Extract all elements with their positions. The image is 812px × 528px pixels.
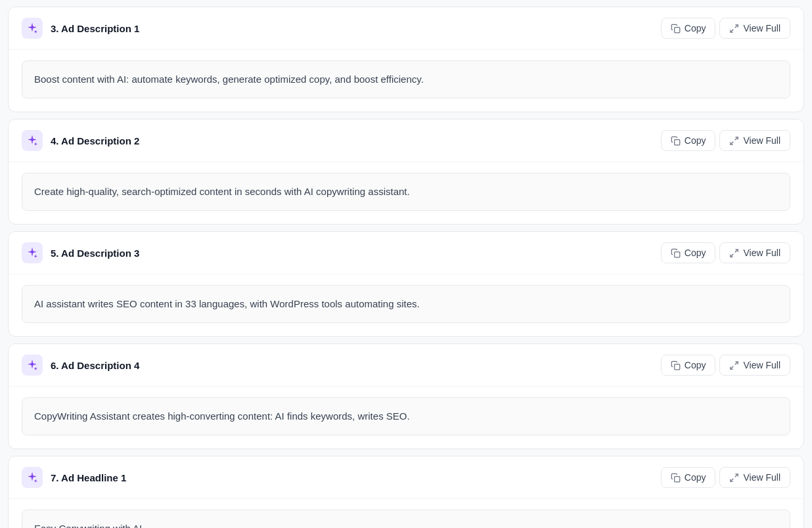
copy-label: Copy: [685, 248, 706, 258]
view-full-button[interactable]: View Full: [719, 242, 790, 263]
card-body: Create high-quality, search-optimized co…: [9, 162, 803, 224]
card-actions: Copy View Full: [661, 242, 790, 263]
svg-line-8: [731, 253, 733, 256]
card-title: 3. Ad Description 1: [51, 23, 139, 34]
copy-icon: [671, 248, 681, 258]
card-card-7: 7. Ad Headline 1 Copy: [8, 456, 804, 528]
card-content: CopyWriting Assistant creates high-conve…: [22, 397, 790, 435]
card-content: Boost content with AI: automate keywords…: [22, 60, 790, 99]
svg-line-2: [731, 29, 733, 32]
card-content: Create high-quality, search-optimized co…: [22, 173, 790, 211]
diamond-icon: [22, 18, 43, 39]
card-title: 6. Ad Description 4: [51, 360, 139, 371]
sparkle-icon: [26, 247, 38, 259]
diamond-icon: [22, 242, 43, 263]
card-header: 7. Ad Headline 1 Copy: [9, 456, 803, 498]
sparkle-icon: [26, 135, 38, 146]
copy-icon: [671, 24, 681, 33]
view-full-label: View Full: [743, 23, 780, 33]
card-card-6: 6. Ad Description 4 Copy: [8, 343, 804, 449]
copy-button[interactable]: Copy: [661, 242, 716, 263]
sparkle-icon: [26, 472, 38, 483]
svg-line-7: [735, 249, 738, 252]
view-full-button[interactable]: View Full: [719, 130, 790, 151]
svg-line-14: [731, 478, 733, 481]
card-title: 4. Ad Description 2: [51, 135, 139, 146]
svg-line-1: [735, 24, 738, 27]
expand-icon: [729, 248, 739, 258]
view-full-label: View Full: [743, 248, 780, 258]
card-body: Boost content with AI: automate keywords…: [9, 49, 803, 112]
copy-label: Copy: [685, 472, 706, 483]
expand-icon: [729, 361, 739, 370]
copy-button[interactable]: Copy: [661, 18, 716, 39]
view-full-button[interactable]: View Full: [719, 467, 790, 488]
card-title-group: 3. Ad Description 1: [22, 18, 139, 39]
view-full-button[interactable]: View Full: [719, 18, 790, 39]
copy-button[interactable]: Copy: [661, 130, 716, 151]
svg-line-4: [735, 137, 738, 139]
card-actions: Copy View Full: [661, 467, 790, 488]
diamond-icon: [22, 130, 43, 151]
card-card-5: 5. Ad Description 3 Copy: [8, 231, 804, 337]
svg-line-5: [731, 141, 733, 144]
card-header: 6. Ad Description 4 Copy: [9, 344, 803, 386]
card-header: 5. Ad Description 3 Copy: [9, 232, 803, 274]
svg-rect-9: [674, 364, 679, 369]
card-title: 5. Ad Description 3: [51, 248, 139, 259]
sparkle-icon: [26, 22, 38, 34]
card-header: 4. Ad Description 2 Copy: [9, 120, 803, 162]
card-actions: Copy View Full: [661, 355, 790, 376]
card-actions: Copy View Full: [661, 18, 790, 39]
view-full-label: View Full: [743, 135, 780, 146]
card-title-group: 7. Ad Headline 1: [22, 467, 126, 488]
copy-label: Copy: [685, 360, 706, 370]
card-title-group: 5. Ad Description 3: [22, 242, 139, 263]
card-content: Easy Copywriting with AI: [22, 510, 790, 528]
diamond-icon: [22, 467, 43, 488]
card-title-group: 4. Ad Description 2: [22, 130, 139, 151]
card-card-3: 3. Ad Description 1 Copy: [8, 7, 804, 112]
card-body: AI assistant writes SEO content in 33 la…: [9, 274, 803, 336]
card-title: 7. Ad Headline 1: [51, 472, 126, 483]
copy-button[interactable]: Copy: [661, 355, 716, 376]
copy-label: Copy: [685, 135, 706, 146]
svg-rect-0: [674, 27, 679, 32]
expand-icon: [729, 24, 739, 33]
copy-icon: [671, 473, 681, 483]
expand-icon: [729, 136, 739, 146]
svg-line-11: [731, 366, 733, 368]
svg-line-10: [735, 361, 738, 364]
diamond-icon: [22, 355, 43, 376]
copy-icon: [671, 136, 681, 146]
view-full-label: View Full: [743, 472, 780, 483]
card-actions: Copy View Full: [661, 130, 790, 151]
svg-rect-3: [674, 139, 679, 144]
card-title-group: 6. Ad Description 4: [22, 355, 139, 376]
card-card-4: 4. Ad Description 2 Copy: [8, 119, 804, 225]
copy-label: Copy: [685, 23, 706, 33]
svg-line-13: [735, 473, 738, 476]
copy-icon: [671, 361, 681, 370]
sparkle-icon: [26, 359, 38, 371]
card-body: Easy Copywriting with AI: [9, 498, 803, 528]
view-full-button[interactable]: View Full: [719, 355, 790, 376]
svg-rect-12: [674, 476, 679, 481]
view-full-label: View Full: [743, 360, 780, 370]
expand-icon: [729, 473, 739, 483]
card-content: AI assistant writes SEO content in 33 la…: [22, 285, 790, 323]
card-body: CopyWriting Assistant creates high-conve…: [9, 386, 803, 449]
svg-rect-6: [674, 252, 679, 257]
copy-button[interactable]: Copy: [661, 467, 716, 488]
card-header: 3. Ad Description 1 Copy: [9, 7, 803, 49]
